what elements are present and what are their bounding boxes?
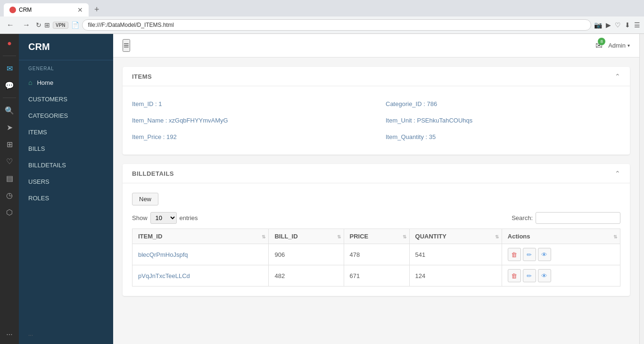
hamburger-button[interactable]: ≡: [123, 39, 130, 52]
app-container: ● ✉ 💬 🔍 ➤ ⊞ ♡ ▤ ◷ ⬡ ··· CRM GENERAL ⌂ Ho…: [0, 34, 644, 344]
sidebar-item-bills-label: BILLS: [28, 145, 45, 152]
sidebar-item-billdetails-label: BILLDETAILS: [28, 162, 66, 169]
items-card-title: ITEMS: [132, 73, 152, 80]
main-content: ≡ ✉ 8 Admin ▾ ITEMS ⌃: [113, 34, 639, 344]
rail-icon-heart[interactable]: ♡: [4, 156, 15, 167]
camera-icon[interactable]: 📷: [594, 21, 602, 29]
grid-button[interactable]: ⊞: [44, 21, 50, 29]
refresh-button[interactable]: ↻: [36, 21, 41, 29]
table-head: ITEM_ID ⇅ BILL_ID ⇅ PRICE ⇅: [132, 229, 620, 244]
col-actions: Actions ⇅: [502, 229, 620, 244]
col-actions-sort[interactable]: ⇅: [613, 234, 617, 239]
row-1-item-id-link[interactable]: pVqJnTxcTeeLLCd: [138, 272, 190, 279]
row-1-edit-button[interactable]: ✏: [523, 269, 536, 282]
items-card-body: Item_ID : 1 Categorie_ID : 786 Item_Name…: [123, 86, 630, 155]
browser-chrome: CRM ✕ + ← → ↻ ⊞ VPN 📄 file:///F:/DataMod…: [0, 0, 644, 34]
scrollbar[interactable]: [639, 34, 644, 344]
sidebar-item-roles-label: ROLES: [28, 195, 49, 202]
search-container: Search:: [512, 212, 620, 224]
sidebar-item-items[interactable]: ITEMS: [19, 124, 113, 140]
item-field-5: Item_Quantity : 35: [386, 133, 620, 140]
billdetails-table: ITEM_ID ⇅ BILL_ID ⇅ PRICE ⇅: [132, 229, 620, 287]
rail-icon-clock[interactable]: ◷: [4, 189, 15, 201]
close-tab-button[interactable]: ✕: [77, 6, 83, 14]
new-tab-button[interactable]: +: [91, 3, 103, 16]
notification-badge: 8: [598, 38, 605, 45]
row-0-edit-button[interactable]: ✏: [523, 248, 536, 261]
sidebar-bottom: ···: [19, 326, 113, 344]
item-field-2: Item_Name : xzGqbFHYYmvAMyG: [132, 117, 367, 124]
sidebar-item-home[interactable]: ⌂ Home: [19, 74, 113, 91]
admin-caret: ▾: [627, 43, 630, 48]
rail-icon-box[interactable]: ⬡: [4, 206, 15, 218]
col-price-sort[interactable]: ⇅: [403, 234, 406, 239]
row-0-actions: 🗑 ✏ 👁: [502, 244, 620, 265]
rail-icon-more[interactable]: ···: [4, 329, 15, 340]
show-label: Show: [132, 214, 148, 221]
menu-icon[interactable]: ☰: [634, 21, 640, 29]
row-0-quantity: 541: [409, 244, 502, 265]
billdetails-card-title: BILLDETAILS: [132, 170, 174, 177]
sidebar-item-bills[interactable]: BILLS: [19, 140, 113, 157]
sidebar-item-billdetails[interactable]: BILLDETAILS: [19, 157, 113, 173]
admin-dropdown[interactable]: Admin ▾: [608, 42, 630, 49]
sidebar-title: CRM: [19, 34, 113, 60]
row-1-actions: 🗑 ✏ 👁: [502, 265, 620, 287]
search-label: Search:: [512, 214, 533, 221]
sidebar-item-home-label: Home: [37, 79, 53, 86]
table-row: blecQrPmHoJspfq 906 478 541 🗑 ✏ 👁: [132, 244, 620, 265]
sidebar-item-users[interactable]: USERS: [19, 173, 113, 190]
items-card-header: ITEMS ⌃: [123, 67, 630, 86]
col-bill-id-sort[interactable]: ⇅: [337, 234, 341, 239]
rail-divider-1: [3, 56, 16, 56]
items-fields-grid: Item_ID : 1 Categorie_ID : 786 Item_Name…: [132, 96, 620, 145]
address-bar[interactable]: file:///F:/DataModel/D_ITEMS.html: [82, 19, 591, 31]
col-price: PRICE ⇅: [344, 229, 409, 244]
file-icon: 📄: [71, 21, 79, 29]
rail-icon-send[interactable]: ➤: [4, 122, 15, 133]
rail-icon-search[interactable]: 🔍: [4, 105, 15, 116]
rail-icon-notes[interactable]: ▤: [4, 172, 15, 184]
forward-button[interactable]: →: [20, 20, 33, 30]
row-0-view-button[interactable]: 👁: [538, 248, 551, 261]
notification-button[interactable]: ✉ 8: [595, 41, 603, 51]
row-1-delete-button[interactable]: 🗑: [508, 269, 521, 282]
sidebar-item-customers-label: CUSTOMERS: [28, 96, 67, 103]
sidebar-item-customers[interactable]: CUSTOMERS: [19, 91, 113, 107]
sidebar-item-roles[interactable]: ROLES: [19, 190, 113, 206]
row-1-quantity: 124: [409, 265, 502, 287]
col-quantity-sort[interactable]: ⇅: [495, 234, 499, 239]
sidebar-more-icon[interactable]: ···: [28, 332, 33, 338]
billdetails-card-body: New Show 10 25 50 100 entries: [123, 183, 630, 296]
row-1-view-button[interactable]: 👁: [538, 269, 551, 282]
row-0-delete-button[interactable]: 🗑: [508, 248, 521, 261]
toolbar-right: 📷 ▶ ♡ ⬇ ☰: [594, 21, 640, 29]
row-0-price: 478: [344, 244, 409, 265]
items-collapse-button[interactable]: ⌃: [615, 73, 620, 80]
sidebar-section-label: GENERAL: [19, 60, 113, 74]
heart-icon[interactable]: ♡: [615, 21, 621, 29]
rail-icon-messages[interactable]: ✉: [4, 63, 15, 74]
rail-icon-grid[interactable]: ⊞: [4, 139, 15, 150]
new-button[interactable]: New: [132, 193, 158, 205]
admin-label: Admin: [608, 42, 626, 49]
show-entries: Show 10 25 50 100 entries: [132, 212, 198, 224]
row-0-item-id-link[interactable]: blecQrPmHoJspfq: [138, 251, 188, 258]
download-icon[interactable]: ⬇: [625, 21, 630, 29]
col-item-id-sort[interactable]: ⇅: [262, 234, 265, 239]
table-row: pVqJnTxcTeeLLCd 482 671 124 🗑 ✏ 👁: [132, 265, 620, 287]
items-card: ITEMS ⌃ Item_ID : 1 Categorie_ID : 786 I…: [123, 67, 630, 155]
col-bill-id: BILL_ID ⇅: [269, 229, 344, 244]
col-item-id: ITEM_ID ⇅: [132, 229, 269, 244]
tab-bar: CRM ✕ +: [0, 0, 644, 16]
search-input[interactable]: [536, 212, 620, 224]
back-button[interactable]: ←: [4, 20, 17, 30]
rail-icon-whatsapp[interactable]: 💬: [4, 80, 15, 91]
play-icon[interactable]: ▶: [606, 21, 611, 29]
billdetails-collapse-button[interactable]: ⌃: [615, 170, 620, 177]
rail-icon-opera[interactable]: ●: [4, 38, 15, 49]
sidebar-item-items-label: ITEMS: [28, 129, 47, 136]
rail-divider-2: [3, 98, 16, 98]
entries-select[interactable]: 10 25 50 100: [150, 212, 177, 224]
sidebar-item-categories[interactable]: CATEGORIES: [19, 107, 113, 124]
